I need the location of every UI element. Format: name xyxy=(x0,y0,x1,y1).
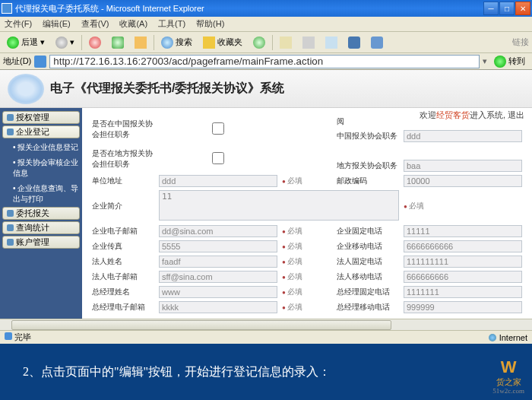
local-assoc-checkbox[interactable] xyxy=(159,152,277,164)
ext1-button[interactable] xyxy=(344,35,364,50)
menu-edit[interactable]: 编辑(E) xyxy=(43,18,71,30)
corp-fax[interactable] xyxy=(159,240,277,252)
refresh-icon xyxy=(112,37,124,49)
stop-icon xyxy=(89,37,101,49)
caption-text: 2、点击页面中的"编辑"按钮，开始进行登记信息的录入： xyxy=(23,364,331,380)
addr-input[interactable] xyxy=(159,175,277,187)
edit-icon xyxy=(325,37,337,49)
sidebar: 授权管理 企业登记 报关企业信息登记 报关协会审核企业信息 企业信息查询、导出与… xyxy=(0,108,82,319)
label: 阅 xyxy=(334,114,401,129)
corp-tel[interactable] xyxy=(404,225,522,237)
gm-email[interactable] xyxy=(159,301,277,313)
label: 法人姓名 xyxy=(90,254,157,269)
label: 地方报关协会职务 xyxy=(334,158,401,173)
print-button[interactable] xyxy=(299,35,318,50)
local-assoc-pos[interactable] xyxy=(404,160,522,172)
go-button[interactable]: 转到 xyxy=(490,54,529,69)
window-buttons: ─ □ ✕ xyxy=(483,2,530,15)
titlebar-text: 代理报关电子委托系统 - Microsoft Internet Explorer xyxy=(15,3,483,14)
china-assoc-checkbox[interactable] xyxy=(159,122,277,135)
sidebar-item-entrust[interactable]: 委托报关 xyxy=(2,207,80,220)
h-scrollbar[interactable] xyxy=(0,319,532,330)
label: 法人电子邮箱 xyxy=(90,269,157,284)
required: 必填 xyxy=(280,173,334,189)
star-icon xyxy=(203,37,215,49)
separator xyxy=(272,35,273,50)
menu-tools[interactable]: 工具(T) xyxy=(158,18,185,30)
label: 是否在地方报关协会担任职务 xyxy=(90,144,157,173)
favorites-button[interactable]: 收藏夹 xyxy=(199,35,246,50)
mail-button[interactable] xyxy=(276,35,296,50)
legal-mobile[interactable] xyxy=(404,271,522,283)
edit-button[interactable] xyxy=(321,35,341,50)
history-icon xyxy=(253,37,265,49)
required: 必填 xyxy=(280,300,334,315)
sidebar-sub-3[interactable]: 企业信息查询、导出与打印 xyxy=(2,181,80,207)
corp-email[interactable] xyxy=(159,225,277,237)
sidebar-sub-1[interactable]: 报关企业信息登记 xyxy=(2,140,80,155)
folder-icon xyxy=(7,210,14,217)
gm-name[interactable] xyxy=(159,286,277,298)
stop-button[interactable] xyxy=(85,35,105,50)
logo-icon xyxy=(8,74,44,104)
statusbar: 完毕 Internet xyxy=(0,330,532,344)
scroll-thumb[interactable] xyxy=(11,320,391,330)
label: 企业简介 xyxy=(90,189,157,224)
menu-help[interactable]: 帮助(H) xyxy=(196,18,224,30)
menu-favorites[interactable]: 收藏(A) xyxy=(119,18,147,30)
legal-tel[interactable] xyxy=(404,256,522,268)
sidebar-item-auth[interactable]: 授权管理 xyxy=(2,111,80,124)
required: 必填 xyxy=(280,254,334,269)
menubar: 文件(F) 编辑(E) 查看(V) 收藏(A) 工具(T) 帮助(H) xyxy=(0,17,532,32)
sidebar-item-reg[interactable]: 企业登记 xyxy=(2,125,80,138)
menu-file[interactable]: 文件(F) xyxy=(5,18,32,30)
label: 是否在中国报关协会担任职务 xyxy=(90,114,157,144)
search-button[interactable]: 搜索 xyxy=(157,35,196,50)
gm-tel[interactable] xyxy=(404,286,522,298)
corp-mobile[interactable] xyxy=(404,240,522,252)
folder-icon xyxy=(7,114,14,121)
go-icon xyxy=(494,56,506,68)
label: 总经理固定电话 xyxy=(334,284,401,300)
legal-email[interactable] xyxy=(159,271,277,283)
back-button[interactable]: 后退 ▾ xyxy=(3,35,49,50)
gm-mobile[interactable] xyxy=(404,301,522,313)
zip-input[interactable] xyxy=(404,175,522,187)
username: 经贸客货 xyxy=(436,110,470,119)
required: 必填 xyxy=(280,239,334,254)
ext2-button[interactable] xyxy=(367,35,387,50)
label: 企业电子邮箱 xyxy=(90,224,157,239)
minimize-button[interactable]: ─ xyxy=(483,2,499,15)
required: 必填 xyxy=(280,224,334,239)
legal-name[interactable] xyxy=(159,256,277,268)
watermark: W 货之家 51w2c.com xyxy=(492,357,524,395)
main: 授权管理 企业登记 报关企业信息登记 报关协会审核企业信息 企业信息查询、导出与… xyxy=(0,108,532,319)
desc-input[interactable]: 11 xyxy=(159,190,399,221)
menu-view[interactable]: 查看(V) xyxy=(81,18,109,30)
page-header: 电子《代理报关委托书/委托报关协议》系统 xyxy=(0,70,532,108)
form-table: 是否在中国报关协会担任职务 阅 中国报关协会职务 是否在地方报关协会担任职务 xyxy=(90,114,524,315)
search-icon xyxy=(161,37,173,49)
sidebar-item-account[interactable]: 账户管理 xyxy=(2,236,80,249)
mail-icon xyxy=(280,37,292,49)
sidebar-item-query[interactable]: 查询统计 xyxy=(2,221,80,234)
maximize-button[interactable]: □ xyxy=(499,2,515,15)
label: 总经理电子邮箱 xyxy=(90,300,157,315)
separator xyxy=(81,35,82,50)
sidebar-sub-2[interactable]: 报关协会审核企业信息 xyxy=(2,155,80,181)
history-button[interactable] xyxy=(249,35,269,50)
china-assoc-pos[interactable] xyxy=(404,130,522,142)
close-button[interactable]: ✕ xyxy=(515,2,530,15)
links-label[interactable]: 链接 xyxy=(512,37,529,48)
label: 单位地址 xyxy=(90,173,157,189)
page-title: 电子《代理报关委托书/委托报关协议》系统 xyxy=(50,81,284,97)
forward-button[interactable]: ▾ xyxy=(52,35,78,50)
label: 企业移动电话 xyxy=(334,239,401,254)
refresh-button[interactable] xyxy=(108,35,128,50)
required: 必填 xyxy=(280,284,334,300)
address-input[interactable] xyxy=(49,55,480,68)
toolbar: 后退 ▾ ▾ 搜索 收藏夹 链接 xyxy=(0,32,532,53)
label: 总经理移动电话 xyxy=(334,300,401,315)
titlebar: 代理报关电子委托系统 - Microsoft Internet Explorer… xyxy=(0,0,532,17)
home-button[interactable] xyxy=(131,35,150,50)
